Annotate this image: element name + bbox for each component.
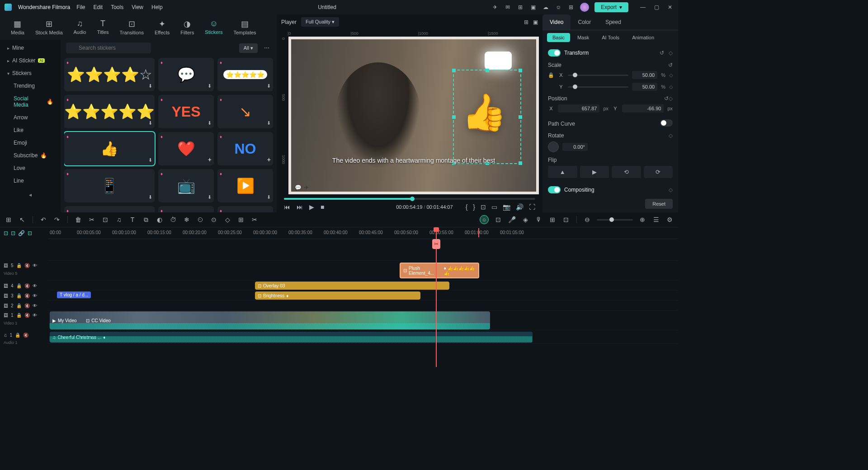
group-icon[interactable]: ⊞ — [237, 216, 245, 223]
sticker-item[interactable]: ♦👍 — [64, 206, 155, 212]
next-frame-icon[interactable]: ⏭ — [297, 203, 303, 211]
voice-icon[interactable]: 🎤 — [508, 216, 516, 223]
snapshot-icon[interactable]: ▣ — [533, 19, 538, 25]
subtab-ai-tools[interactable]: AI Tools — [596, 33, 625, 42]
marker-icon[interactable]: ◈ — [521, 216, 529, 223]
sticker-item[interactable]: ♦📺⬇ — [158, 169, 214, 202]
face-chip[interactable]: ☺ — [480, 215, 489, 224]
cloud-icon[interactable]: ☁ — [542, 4, 549, 11]
zoom-slider[interactable] — [597, 219, 633, 221]
playhead[interactable]: ✂ — [436, 227, 437, 367]
selection-box[interactable] — [453, 70, 522, 164]
fullscreen-icon[interactable]: ⛶ — [529, 203, 535, 211]
keyframe-icon[interactable]: ◇ — [669, 132, 673, 139]
position-x-input[interactable] — [558, 104, 599, 113]
prev-frame-icon[interactable]: ⏮ — [284, 203, 290, 211]
sticker-item[interactable]: ♦🎵 — [217, 206, 273, 212]
sidebar-love[interactable]: Love — [0, 162, 61, 174]
keyframe-icon[interactable]: ◇ — [223, 216, 231, 223]
snap-icon[interactable]: ⊡ — [4, 230, 8, 236]
sticker-item[interactable]: ♦↘⬇ — [217, 95, 273, 128]
tab-titles[interactable]: TTitles — [92, 17, 114, 37]
sticker-item[interactable]: ♦YES⬇ — [158, 95, 214, 128]
render-icon[interactable]: ⊡ — [562, 216, 570, 223]
path-curve-toggle[interactable] — [660, 119, 673, 127]
sticker-item[interactable]: ♦▶️⬇ — [217, 169, 273, 202]
sync-icon[interactable]: ⊡ — [28, 230, 32, 236]
undo-icon[interactable]: ↶ — [39, 216, 47, 223]
lock-icon[interactable]: 🔒 — [548, 72, 554, 78]
mark-in-icon[interactable]: { — [466, 203, 468, 211]
select-icon[interactable]: ↖ — [18, 216, 26, 223]
sidebar-arrow[interactable]: Arrow — [0, 111, 61, 124]
delete-icon[interactable]: 🗑 — [74, 216, 82, 223]
volume-icon[interactable]: 🔊 — [516, 203, 524, 211]
scale-x-slider[interactable] — [568, 75, 628, 76]
mixer-icon[interactable]: ⊞ — [548, 216, 557, 223]
sidebar-mine[interactable]: ▸Mine — [0, 42, 61, 54]
sticker-item[interactable]: ♦❤️+ — [158, 132, 214, 165]
record-icon[interactable]: ⊡ — [494, 216, 502, 223]
rotate-input[interactable] — [562, 143, 588, 151]
search-input[interactable] — [66, 42, 151, 53]
progress-bar[interactable] — [284, 198, 535, 200]
close-icon[interactable]: ✕ — [666, 4, 674, 11]
tab-stickers[interactable]: ☺Stickers — [199, 17, 228, 37]
sticker-item[interactable]: ♦⭐⭐⭐⭐☆⬇ — [64, 58, 155, 91]
tab-stock-media[interactable]: ⊞Stock Media — [30, 17, 68, 37]
detach-icon[interactable]: ✂ — [250, 216, 259, 223]
tab-transitions[interactable]: ⊡Transitions — [114, 17, 149, 37]
record-icon[interactable]: ▣ — [529, 4, 537, 11]
sticker-item-selected[interactable]: ♦👍⬇ — [64, 132, 155, 165]
sticker-item[interactable]: ♦⭐⭐⭐⭐⭐⬇ — [217, 58, 273, 91]
subtab-animation[interactable]: Animation — [627, 33, 660, 42]
list-icon[interactable]: ☰ — [652, 216, 660, 223]
keyframe-icon[interactable]: ◇ — [669, 50, 673, 56]
play-icon[interactable]: ▶ — [309, 203, 314, 211]
marker-chip[interactable]: T vlog / a / d... — [57, 291, 91, 298]
rotate-dial[interactable] — [548, 141, 559, 152]
tab-effects[interactable]: ✦Effects — [149, 17, 175, 37]
reset-icon[interactable]: ↺ — [668, 62, 673, 68]
subtab-basic[interactable]: Basic — [547, 33, 570, 42]
sticker-item[interactable]: ♦🔗 — [158, 206, 214, 212]
position-y-input[interactable] — [622, 104, 664, 113]
maximize-icon[interactable]: ▢ — [653, 4, 660, 11]
sidebar-subscribe[interactable]: Subscribe 🔥 — [0, 149, 61, 162]
message-icon[interactable]: ✉ — [504, 4, 511, 11]
link-icon[interactable]: 🔗 — [18, 230, 25, 236]
layout-icon[interactable]: ⊞ — [524, 19, 528, 25]
sidebar-ai-sticker[interactable]: ▸AI StickerAI — [0, 54, 61, 67]
scale-x-input[interactable] — [632, 71, 657, 79]
sidebar-trending[interactable]: Trending — [0, 80, 61, 92]
sticker-item[interactable]: ♦⭐⭐⭐⭐⭐⬇ — [64, 95, 155, 128]
text-icon[interactable]: T — [128, 216, 137, 223]
quality-select[interactable]: Full Quality ▾ — [301, 17, 339, 27]
flip-horizontal-button[interactable]: ▲ — [548, 166, 577, 178]
clip-brightness[interactable]: ⊡ Brightness ♦ — [255, 291, 420, 300]
stop-icon[interactable]: ■ — [321, 203, 324, 211]
reset-button[interactable]: Reset — [645, 199, 673, 209]
mark-out-icon[interactable]: } — [473, 203, 475, 211]
sticker-item[interactable]: ♦NO+ — [217, 132, 273, 165]
zoom-out-icon[interactable]: ⊖ — [583, 216, 591, 223]
sidebar-collapse[interactable]: ◂ — [0, 189, 61, 201]
export-button[interactable]: Export ▾ — [594, 2, 628, 12]
send-icon[interactable]: ✈ — [491, 4, 499, 11]
minimize-icon[interactable]: — — [639, 4, 646, 11]
rotate-left-button[interactable]: ⟲ — [612, 166, 641, 178]
subtab-mask[interactable]: Mask — [572, 33, 594, 42]
speed-icon[interactable]: ⏱ — [169, 216, 177, 223]
keyframe-icon[interactable]: ◇ — [669, 72, 673, 78]
redo-icon[interactable]: ↷ — [53, 216, 61, 223]
clip-sticker[interactable]: ⊡ Plush Element_4... ♦ 👍👍👍👍👍👍 — [400, 263, 479, 278]
sidebar-like[interactable]: Like — [0, 124, 61, 136]
props-tab-video[interactable]: Video — [542, 14, 571, 30]
music-icon[interactable]: ♫ — [115, 216, 123, 223]
tab-templates[interactable]: ▤Templates — [228, 17, 261, 37]
compositing-toggle[interactable] — [548, 186, 561, 193]
gift-icon[interactable]: ⊞ — [567, 4, 575, 11]
filter-all[interactable]: All ▾ — [239, 43, 258, 53]
menu-edit[interactable]: Edit — [94, 4, 103, 10]
sidebar-line[interactable]: Line — [0, 174, 61, 187]
